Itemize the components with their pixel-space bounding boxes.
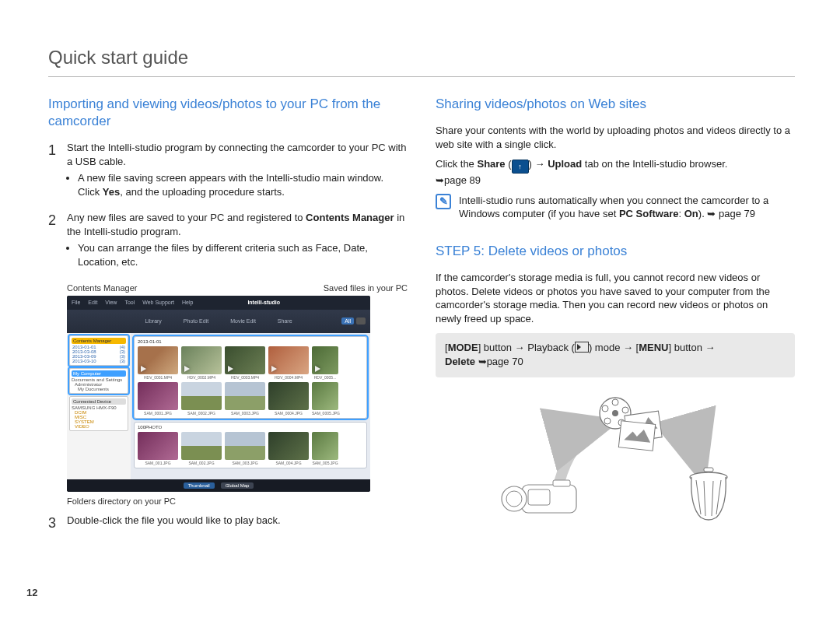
step-number: 2 xyxy=(48,211,67,278)
share-instruction: Click the Share (↑) → Upload tab on the … xyxy=(436,157,795,188)
play-icon xyxy=(271,366,277,372)
photo-thumb xyxy=(225,382,265,410)
thumb-caption: HDV_0003.MP4 xyxy=(225,375,265,380)
note-mid: : xyxy=(679,208,684,219)
svg-point-1 xyxy=(502,486,527,511)
nav-mode: MODE xyxy=(448,342,478,353)
ss-panel-header: My Computer xyxy=(72,370,126,377)
left-column: Importing and viewing videos/photos to y… xyxy=(48,96,408,535)
left-heading: Importing and viewing videos/photos to y… xyxy=(48,96,408,130)
video-thumb xyxy=(138,346,178,374)
thumb-caption: SAM_0003.JPG xyxy=(225,411,265,416)
photo-thumb xyxy=(312,432,338,460)
share-word: Share xyxy=(477,158,505,170)
ss-menu: Web Support xyxy=(142,300,174,305)
ss-tab: Photo Edit xyxy=(184,318,208,324)
trash-icon xyxy=(690,468,727,520)
play-icon xyxy=(184,366,190,372)
ss-sidebar: Contents Manager 2013-01-01(4) 2013-03-0… xyxy=(67,333,131,479)
ss-footer-button: Global Map xyxy=(221,482,254,489)
thumb-caption: SAM_0005.JPG xyxy=(312,411,340,416)
ss-row-label: 2013-03-10 xyxy=(72,359,96,363)
photo-thumb xyxy=(312,382,338,410)
thumb-caption: HDV_0005... xyxy=(312,375,338,380)
right-column: Sharing videos/photos on Web sites Share… xyxy=(436,96,795,535)
thumb-caption: SAM_002.JPG xyxy=(181,461,222,465)
thumb-caption: SAM_005.JPG xyxy=(312,461,338,465)
ss-tab: Share xyxy=(278,318,292,324)
share-icon: ↑ xyxy=(512,160,529,174)
ss-tab: Library xyxy=(145,318,161,324)
thumb-caption: SAM_001.JPG xyxy=(138,461,178,465)
pageref-89: ➥page 89 xyxy=(436,174,481,186)
media-icon xyxy=(600,398,662,451)
step-number: 3 xyxy=(48,514,67,532)
note-bold: PC Software xyxy=(619,208,679,219)
step-number: 1 xyxy=(48,141,67,208)
photo-thumb xyxy=(138,382,178,410)
step1-bullet: A new file saving screen appears with th… xyxy=(78,171,408,198)
nav-sequence-box: [MODE] button → Playback () mode → [MENU… xyxy=(436,333,795,377)
step2-text: Any new files are saved to your PC and r… xyxy=(67,212,404,237)
ss-menubar: File Edit View Tool Web Support Help Int… xyxy=(67,296,370,310)
share-pre: Click the xyxy=(436,158,477,170)
ss-group-header: 100PHOTO xyxy=(138,425,363,430)
ss-pill xyxy=(356,317,366,325)
step2-bullet: You can arrange the files by different c… xyxy=(78,241,408,268)
note-text: Intelli-studio runs automatically when y… xyxy=(459,194,795,221)
photo-thumb xyxy=(138,432,178,460)
nav-pageref: ➥page 70 xyxy=(475,356,523,367)
photo-thumb xyxy=(225,432,265,460)
label-saved-files: Saved files in your PC xyxy=(324,283,408,293)
ss-item: Documents and Settings xyxy=(72,377,126,382)
thumb-caption: SAM_004.JPG xyxy=(268,461,309,465)
camcorder-icon xyxy=(502,480,576,513)
svg-point-6 xyxy=(612,410,618,416)
thumb-caption: SAM_0001.JPG xyxy=(138,411,178,416)
svg-rect-15 xyxy=(704,468,713,472)
photo-thumb xyxy=(268,382,309,410)
play-icon xyxy=(228,366,233,372)
thumb-caption: SAM_003.JPG xyxy=(225,461,265,465)
ss-item: VIDEO xyxy=(72,424,126,429)
playback-icon xyxy=(575,342,589,353)
step2-pre: Any new files are saved to your PC and r… xyxy=(67,212,306,223)
folders-caption: Folders directory on your PC xyxy=(67,496,408,506)
thumb-caption: HDV_0001.MP4 xyxy=(138,375,178,380)
ss-title: Intelli-studio xyxy=(247,300,280,305)
page-header: Quick start guide xyxy=(48,47,795,77)
ss-pill: All xyxy=(341,317,354,325)
ss-panel-header: Connected Device xyxy=(72,398,126,405)
label-contents-manager: Contents Manager xyxy=(67,283,138,293)
svg-rect-3 xyxy=(528,489,550,505)
heading-step5: STEP 5: Delete videos or photos xyxy=(436,243,795,260)
play-icon xyxy=(315,366,320,372)
nav-menu: MENU xyxy=(639,342,668,353)
note-close: ). xyxy=(698,208,708,219)
step3-text: Double-click the file you would like to … xyxy=(67,514,408,532)
svg-rect-13 xyxy=(618,420,655,450)
video-thumb xyxy=(312,346,338,374)
upload-word: Upload xyxy=(548,158,582,170)
step1-bullet-bold: Yes xyxy=(103,186,120,198)
intelli-studio-screenshot: File Edit View Tool Web Support Help Int… xyxy=(67,296,370,492)
ss-tabbar: Library Photo Edit Movie Edit Share All xyxy=(67,310,370,333)
video-thumb xyxy=(268,346,309,374)
nav-delete: Delete xyxy=(445,356,475,367)
note-icon: ✎ xyxy=(436,194,451,209)
ss-footer-button: Thumbnail xyxy=(184,482,215,489)
photo-thumb xyxy=(181,382,222,410)
ss-panel-header: Contents Manager xyxy=(72,338,126,344)
svg-rect-4 xyxy=(553,480,570,486)
share-paragraph: Share your contents with the world by up… xyxy=(436,124,795,151)
nav-txt2: ) mode → [ xyxy=(589,342,639,353)
page-number: 12 xyxy=(26,587,37,598)
step5-paragraph: If the camcorder's storage media is full… xyxy=(436,271,795,325)
photo-thumb xyxy=(268,432,309,460)
ss-menu: Edit xyxy=(88,300,97,305)
share-post: tab on the Intelli-studio browser. xyxy=(582,158,727,170)
ss-menu: Tool xyxy=(124,300,135,305)
note-arrow: ➥ xyxy=(707,208,716,219)
ss-row-count: (3) xyxy=(120,359,125,363)
note-page: page 79 xyxy=(716,208,755,219)
